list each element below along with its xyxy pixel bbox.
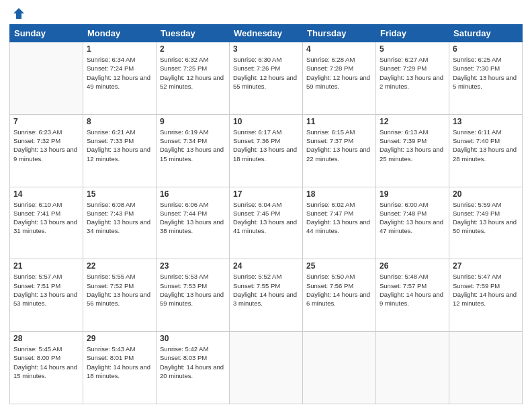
day-number: 24 [233,261,299,271]
calendar-cell: 9Sunrise: 6:19 AMSunset: 7:34 PMDaylight… [157,114,230,187]
day-number: 13 [453,117,519,126]
day-info: Sunrise: 6:30 AMSunset: 7:26 PMDaylight:… [233,55,299,91]
day-info: Sunrise: 6:11 AMSunset: 7:40 PMDaylight:… [453,128,519,163]
day-number: 8 [87,117,152,126]
calendar-cell: 20Sunrise: 5:59 AMSunset: 7:49 PMDayligh… [449,187,523,259]
day-header-monday: Monday [83,25,157,42]
calendar-cell: 26Sunrise: 5:48 AMSunset: 7:57 PMDayligh… [376,259,449,332]
day-info: Sunrise: 6:13 AMSunset: 7:39 PMDaylight:… [380,128,445,163]
calendar-cell: 17Sunrise: 6:04 AMSunset: 7:45 PMDayligh… [230,187,303,259]
day-number: 3 [233,44,299,54]
day-info: Sunrise: 5:53 AMSunset: 7:53 PMDaylight:… [160,272,226,308]
calendar-cell: 10Sunrise: 6:17 AMSunset: 7:36 PMDayligh… [230,114,303,187]
calendar-week-4: 21Sunrise: 5:57 AMSunset: 7:51 PMDayligh… [10,259,523,332]
calendar-cell: 28Sunrise: 5:45 AMSunset: 8:00 PMDayligh… [10,332,83,404]
day-info: Sunrise: 5:59 AMSunset: 7:49 PMDaylight:… [453,200,519,236]
day-info: Sunrise: 6:32 AMSunset: 7:25 PMDaylight:… [160,55,226,91]
day-number: 18 [306,189,372,199]
calendar-cell: 25Sunrise: 5:50 AMSunset: 7:56 PMDayligh… [303,259,376,332]
day-info: Sunrise: 6:27 AMSunset: 7:29 PMDaylight:… [380,55,445,91]
day-info: Sunrise: 6:15 AMSunset: 7:37 PMDaylight:… [306,128,372,163]
calendar-table: SundayMondayTuesdayWednesdayThursdayFrid… [9,24,523,404]
calendar-cell: 18Sunrise: 6:02 AMSunset: 7:47 PMDayligh… [303,187,376,259]
day-number: 10 [233,117,299,126]
calendar-cell: 12Sunrise: 6:13 AMSunset: 7:39 PMDayligh… [376,114,449,187]
calendar-cell: 6Sunrise: 6:25 AMSunset: 7:30 PMDaylight… [449,42,523,115]
calendar-cell: 11Sunrise: 6:15 AMSunset: 7:37 PMDayligh… [303,114,376,187]
calendar-cell: 24Sunrise: 5:52 AMSunset: 7:55 PMDayligh… [230,259,303,332]
calendar-cell: 2Sunrise: 6:32 AMSunset: 7:25 PMDaylight… [157,42,230,115]
day-number: 30 [160,334,226,343]
calendar-header-row: SundayMondayTuesdayWednesdayThursdayFrid… [10,25,523,42]
day-header-wednesday: Wednesday [230,25,303,42]
day-info: Sunrise: 6:17 AMSunset: 7:36 PMDaylight:… [233,128,299,163]
day-number: 21 [13,261,79,271]
day-number: 12 [380,117,445,126]
day-header-sunday: Sunday [10,25,83,42]
day-info: Sunrise: 6:19 AMSunset: 7:34 PMDaylight:… [160,128,226,163]
day-info: Sunrise: 5:45 AMSunset: 8:00 PMDaylight:… [13,345,79,380]
calendar-cell: 3Sunrise: 6:30 AMSunset: 7:26 PMDaylight… [230,42,303,115]
day-number: 28 [13,334,79,343]
day-number: 23 [160,261,226,271]
day-info: Sunrise: 6:00 AMSunset: 7:48 PMDaylight:… [380,200,445,236]
day-number: 4 [306,44,372,54]
day-info: Sunrise: 6:25 AMSunset: 7:30 PMDaylight:… [453,55,519,91]
day-number: 25 [306,261,372,271]
calendar-cell: 13Sunrise: 6:11 AMSunset: 7:40 PMDayligh… [449,114,523,187]
calendar-cell: 22Sunrise: 5:55 AMSunset: 7:52 PMDayligh… [83,259,157,332]
day-number: 11 [306,117,372,126]
day-info: Sunrise: 6:21 AMSunset: 7:33 PMDaylight:… [87,128,152,163]
calendar-cell: 1Sunrise: 6:34 AMSunset: 7:24 PMDaylight… [83,42,157,115]
calendar-cell: 30Sunrise: 5:42 AMSunset: 8:03 PMDayligh… [157,332,230,404]
day-number: 2 [160,44,226,54]
calendar-cell [376,332,449,404]
calendar-cell: 27Sunrise: 5:47 AMSunset: 7:59 PMDayligh… [449,259,523,332]
calendar-cell: 7Sunrise: 6:23 AMSunset: 7:32 PMDaylight… [10,114,83,187]
day-number: 16 [160,189,226,199]
day-info: Sunrise: 5:43 AMSunset: 8:01 PMDaylight:… [87,345,152,380]
day-info: Sunrise: 6:02 AMSunset: 7:47 PMDaylight:… [306,200,372,236]
logo [9,7,26,20]
calendar-week-5: 28Sunrise: 5:45 AMSunset: 8:00 PMDayligh… [10,332,523,404]
day-info: Sunrise: 6:04 AMSunset: 7:45 PMDaylight:… [233,200,299,236]
day-number: 27 [453,261,519,271]
calendar-cell: 16Sunrise: 6:06 AMSunset: 7:44 PMDayligh… [157,187,230,259]
header [9,7,523,20]
day-info: Sunrise: 6:08 AMSunset: 7:43 PMDaylight:… [87,200,152,236]
logo-icon [12,7,26,20]
calendar-week-1: 1Sunrise: 6:34 AMSunset: 7:24 PMDaylight… [10,42,523,115]
day-number: 1 [87,44,152,54]
day-number: 6 [453,44,519,54]
day-info: Sunrise: 6:28 AMSunset: 7:28 PMDaylight:… [306,55,372,91]
calendar-cell: 5Sunrise: 6:27 AMSunset: 7:29 PMDaylight… [376,42,449,115]
calendar-cell [10,42,83,115]
calendar-cell: 8Sunrise: 6:21 AMSunset: 7:33 PMDaylight… [83,114,157,187]
day-info: Sunrise: 6:10 AMSunset: 7:41 PMDaylight:… [13,200,79,236]
day-number: 29 [87,334,152,343]
day-header-friday: Friday [376,25,449,42]
day-number: 26 [380,261,445,271]
day-number: 9 [160,117,226,126]
day-info: Sunrise: 5:57 AMSunset: 7:51 PMDaylight:… [13,272,79,308]
page: SundayMondayTuesdayWednesdayThursdayFrid… [0,0,532,411]
day-info: Sunrise: 5:52 AMSunset: 7:55 PMDaylight:… [233,272,299,308]
day-header-thursday: Thursday [303,25,376,42]
day-info: Sunrise: 5:47 AMSunset: 7:59 PMDaylight:… [453,272,519,308]
day-number: 20 [453,189,519,199]
calendar-cell [230,332,303,404]
day-info: Sunrise: 6:23 AMSunset: 7:32 PMDaylight:… [13,128,79,163]
calendar-cell: 21Sunrise: 5:57 AMSunset: 7:51 PMDayligh… [10,259,83,332]
calendar-cell: 14Sunrise: 6:10 AMSunset: 7:41 PMDayligh… [10,187,83,259]
calendar-cell: 29Sunrise: 5:43 AMSunset: 8:01 PMDayligh… [83,332,157,404]
day-number: 14 [13,189,79,199]
day-number: 5 [380,44,445,54]
calendar-cell: 23Sunrise: 5:53 AMSunset: 7:53 PMDayligh… [157,259,230,332]
day-number: 22 [87,261,152,271]
day-info: Sunrise: 6:34 AMSunset: 7:24 PMDaylight:… [87,55,152,91]
day-number: 15 [87,189,152,199]
day-info: Sunrise: 5:50 AMSunset: 7:56 PMDaylight:… [306,272,372,308]
calendar-week-2: 7Sunrise: 6:23 AMSunset: 7:32 PMDaylight… [10,114,523,187]
day-number: 17 [233,189,299,199]
calendar-cell: 15Sunrise: 6:08 AMSunset: 7:43 PMDayligh… [83,187,157,259]
